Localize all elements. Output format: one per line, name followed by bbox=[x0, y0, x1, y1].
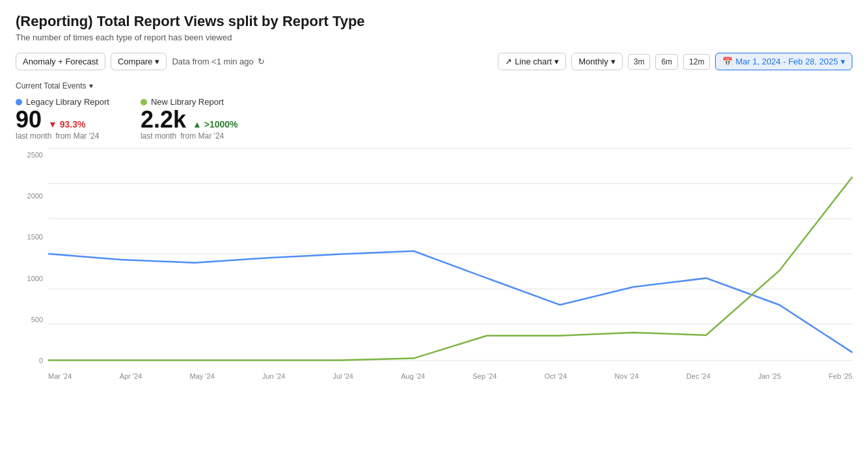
y-label-1000: 1000 bbox=[27, 275, 43, 282]
y-axis: 2500 2000 1500 1000 500 0 bbox=[16, 148, 48, 380]
date-range-chevron-icon: ▾ bbox=[841, 57, 845, 66]
shortcut-12m-button[interactable]: 12m bbox=[683, 54, 710, 70]
x-label-nov24: Nov '24 bbox=[615, 372, 639, 380]
legacy-series-name: Legacy Library Report bbox=[26, 97, 109, 107]
legacy-metric-sub2: from Mar '24 bbox=[55, 131, 99, 141]
x-label-feb25: Feb '25 bbox=[829, 372, 852, 380]
anomaly-forecast-button[interactable]: Anomaly + Forecast bbox=[16, 53, 105, 70]
new-metric-change: ▲ >1000% bbox=[193, 119, 238, 130]
x-label-oct24: Oct '24 bbox=[545, 372, 567, 380]
y-label-2500: 2500 bbox=[27, 151, 43, 159]
page-title: (Reporting) Total Report Views split by … bbox=[16, 13, 852, 30]
new-metric-value: 2.2k bbox=[141, 108, 186, 131]
x-axis: Mar '24 Apr '24 May '24 Jun '24 Jul '24 … bbox=[48, 372, 852, 380]
new-dot bbox=[141, 99, 147, 105]
legend-item-legacy: Legacy Library Report 90 ▼ 93.3% last mo… bbox=[16, 97, 109, 141]
legacy-metric-value: 90 bbox=[16, 108, 42, 131]
monthly-button[interactable]: Monthly ▾ bbox=[571, 53, 623, 70]
y-label-2000: 2000 bbox=[27, 192, 43, 200]
shortcut-6m-button[interactable]: 6m bbox=[655, 54, 678, 70]
compare-chevron-icon: ▾ bbox=[155, 57, 159, 66]
x-label-mar24: Mar '24 bbox=[48, 372, 72, 380]
current-total-label: Current Total Events bbox=[16, 81, 87, 90]
current-total-button[interactable]: Current Total Events ▾ bbox=[16, 81, 93, 90]
x-label-dec24: Dec '24 bbox=[686, 372, 711, 380]
y-label-0: 0 bbox=[39, 357, 43, 364]
monthly-label: Monthly bbox=[578, 57, 608, 66]
line-chart-icon: ↗ bbox=[505, 57, 512, 66]
date-range-label: Mar 1, 2024 - Feb 28, 2025 bbox=[735, 57, 838, 66]
toolbar: Anomaly + Forecast Compare ▾ Data from <… bbox=[16, 53, 852, 70]
new-metric-sub1: last month bbox=[141, 131, 176, 141]
legend-row: Legacy Library Report 90 ▼ 93.3% last mo… bbox=[16, 97, 852, 141]
x-label-jan25: Jan '25 bbox=[758, 372, 781, 380]
x-label-apr24: Apr '24 bbox=[120, 372, 142, 380]
x-label-aug24: Aug '24 bbox=[401, 372, 425, 380]
x-label-sep24: Sep '24 bbox=[472, 372, 496, 380]
line-chart-label: Line chart bbox=[515, 57, 552, 66]
new-metric-sub2: from Mar '24 bbox=[180, 131, 224, 141]
line-chart-chevron-icon: ▾ bbox=[554, 57, 559, 66]
y-label-500: 500 bbox=[31, 316, 43, 323]
x-label-jun24: Jun '24 bbox=[262, 372, 285, 380]
new-series-name: New Library Report bbox=[151, 97, 224, 107]
legacy-metric-change: ▼ 93.3% bbox=[48, 119, 85, 130]
shortcut-3m-button[interactable]: 3m bbox=[628, 54, 651, 70]
legacy-metric-sub1: last month bbox=[16, 131, 51, 141]
chart-area: 2500 2000 1500 1000 500 0 bbox=[16, 148, 852, 380]
green-line bbox=[48, 177, 852, 361]
chart-inner: Mar '24 Apr '24 May '24 Jun '24 Jul '24 … bbox=[48, 148, 852, 380]
legacy-dot bbox=[16, 99, 22, 105]
current-total-chevron-icon: ▾ bbox=[89, 81, 93, 90]
compare-label: Compare bbox=[118, 57, 152, 66]
page-subtitle: The number of times each type of report … bbox=[16, 33, 852, 42]
y-label-1500: 1500 bbox=[27, 233, 43, 241]
monthly-chevron-icon: ▾ bbox=[611, 57, 616, 66]
line-chart-button[interactable]: ↗ Line chart ▾ bbox=[498, 53, 566, 70]
x-label-jul24: Jul '24 bbox=[332, 372, 353, 380]
blue-line bbox=[48, 251, 852, 353]
data-info: Data from <1 min ago ↻ bbox=[172, 57, 264, 66]
date-range-button[interactable]: 📅 Mar 1, 2024 - Feb 28, 2025 ▾ bbox=[715, 53, 852, 70]
legend-item-new: New Library Report 2.2k ▲ >1000% last mo… bbox=[141, 97, 238, 141]
x-label-may24: May '24 bbox=[189, 372, 214, 380]
chart-svg bbox=[48, 148, 852, 370]
calendar-icon: 📅 bbox=[722, 57, 733, 66]
compare-button[interactable]: Compare ▾ bbox=[111, 53, 167, 70]
refresh-icon[interactable]: ↻ bbox=[258, 57, 265, 66]
